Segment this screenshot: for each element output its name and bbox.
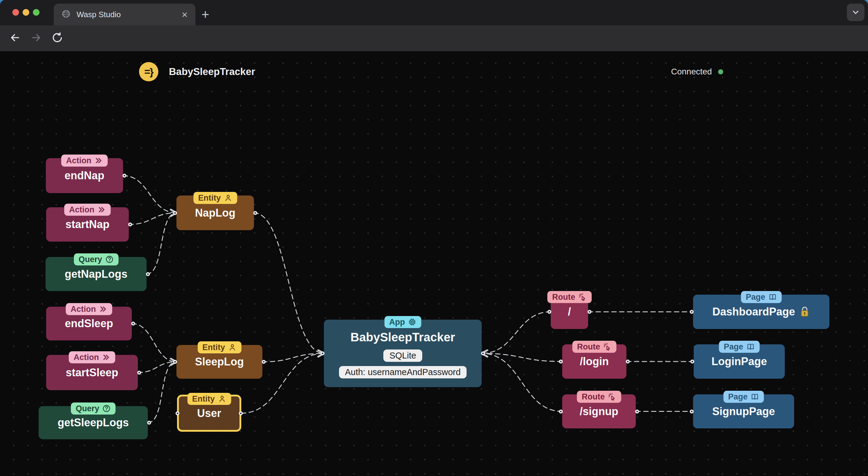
- connection-status-label: Connected: [671, 67, 712, 76]
- node-route-root[interactable]: Route/: [551, 295, 588, 329]
- edge-route-login-to-BabySleepTracker[interactable]: [482, 353, 562, 362]
- right-handle[interactable]: [239, 411, 243, 415]
- right-handle[interactable]: [635, 409, 639, 413]
- connection-status-dot: [718, 69, 723, 74]
- node-title: SleepLog: [195, 355, 244, 368]
- node-title: User: [197, 407, 221, 420]
- node-title: NapLog: [195, 207, 236, 219]
- left-handle[interactable]: [690, 310, 694, 314]
- browser-window: Wasp Studio × + localhost:4000: [0, 0, 868, 476]
- node-title: BabySleepTracker: [324, 331, 482, 344]
- edge-SleepLog-to-BabySleepTracker[interactable]: [262, 353, 324, 362]
- wasp-logo: =}: [139, 62, 158, 81]
- badge-label: App: [389, 317, 405, 327]
- right-handle[interactable]: [588, 310, 591, 314]
- node-startSleep[interactable]: ActionstartSleep: [46, 355, 138, 390]
- page-title: BabySleepTracker: [169, 62, 255, 81]
- node-title: /login: [580, 355, 609, 368]
- node-getNapLogs[interactable]: QuerygetNapLogs: [45, 257, 147, 291]
- right-handle[interactable]: [122, 174, 126, 178]
- node-BabySleepTracker[interactable]: AppBabySleepTrackerSQLiteAuth: usernameA…: [324, 320, 482, 387]
- node-route-login[interactable]: Route/login: [562, 344, 626, 379]
- node-endNap[interactable]: ActionendNap: [46, 158, 123, 193]
- node-SleepLog[interactable]: EntitySleepLog: [177, 345, 262, 379]
- edge-route-root-to-BabySleepTracker[interactable]: [482, 312, 551, 353]
- node-title: getNapLogs: [65, 268, 127, 280]
- right-handle[interactable]: [137, 371, 141, 374]
- node-title: startSleep: [66, 366, 118, 379]
- lock-icon: [799, 306, 810, 317]
- node-title: LoginPage: [711, 355, 767, 368]
- edge-NapLog-to-BabySleepTracker[interactable]: [254, 213, 324, 354]
- node-SignupPage[interactable]: PageSignupPage: [693, 394, 794, 429]
- right-handle[interactable]: [262, 360, 266, 364]
- edge-getSleepLogs-to-SleepLog[interactable]: [148, 362, 177, 423]
- edge-getNapLogs-to-NapLog[interactable]: [147, 213, 177, 274]
- cpu-icon: [408, 318, 416, 326]
- left-handle[interactable]: [559, 409, 563, 413]
- right-handle[interactable]: [147, 421, 151, 425]
- right-handle[interactable]: [131, 322, 135, 326]
- left-handle[interactable]: [690, 360, 694, 364]
- left-handle[interactable]: [559, 360, 563, 364]
- left-handle[interactable]: [690, 409, 694, 413]
- node-LoginPage[interactable]: PageLoginPage: [694, 344, 785, 379]
- node-DashboardPage[interactable]: PageDashboardPage: [693, 295, 829, 329]
- edge-route-signup-to-BabySleepTracker[interactable]: [482, 353, 562, 411]
- node-title: getSleepLogs: [58, 416, 129, 429]
- node-User[interactable]: EntityUser: [177, 395, 241, 432]
- node-title: endSleep: [65, 317, 113, 330]
- node-NapLog[interactable]: EntityNapLog: [177, 196, 254, 230]
- right-handle[interactable]: [146, 272, 150, 276]
- edge-endNap-to-NapLog[interactable]: [123, 176, 177, 213]
- node-title: startNap: [65, 218, 110, 231]
- node-title: /: [568, 305, 571, 318]
- node-title: SignupPage: [712, 405, 775, 418]
- node-route-signup[interactable]: Route/signup: [562, 394, 636, 429]
- right-handle[interactable]: [481, 351, 485, 355]
- right-handle[interactable]: [253, 211, 257, 215]
- left-handle[interactable]: [173, 360, 177, 364]
- left-handle[interactable]: [320, 351, 324, 355]
- diagram-stage: =} BabySleepTracker Connected ActionendN…: [0, 0, 868, 476]
- auth-pill: Auth: usernameAndPassword: [339, 366, 467, 378]
- left-handle[interactable]: [548, 310, 551, 314]
- edge-startNap-to-NapLog[interactable]: [129, 213, 177, 225]
- node-getSleepLogs[interactable]: QuerygetSleepLogs: [39, 406, 148, 439]
- left-handle[interactable]: [176, 411, 180, 415]
- db-pill: SQLite: [383, 349, 422, 362]
- edge-endSleep-to-SleepLog[interactable]: [132, 324, 177, 362]
- node-title: DashboardPage: [712, 305, 795, 318]
- right-handle[interactable]: [626, 360, 630, 364]
- left-handle[interactable]: [173, 211, 177, 215]
- node-startNap[interactable]: ActionstartNap: [46, 207, 129, 242]
- right-handle[interactable]: [128, 223, 132, 227]
- node-title: endNap: [65, 169, 104, 182]
- app-badge: App: [384, 316, 421, 328]
- edge-startSleep-to-SleepLog[interactable]: [138, 362, 177, 373]
- node-endSleep[interactable]: ActionendSleep: [46, 307, 132, 340]
- node-title: /signup: [580, 405, 618, 418]
